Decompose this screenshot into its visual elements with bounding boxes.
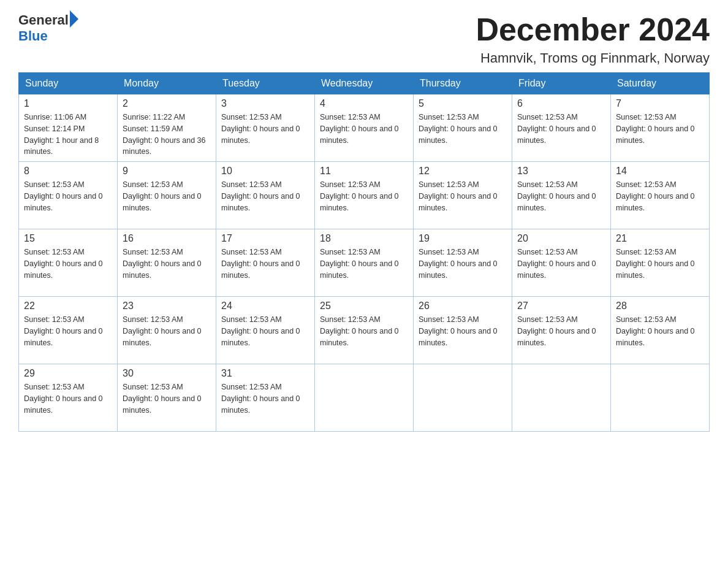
calendar-week-row: 22Sunset: 12:53 AMDaylight: 0 hours and … — [19, 297, 710, 364]
calendar-cell — [611, 364, 710, 432]
day-info: Sunset: 12:53 AMDaylight: 0 hours and 0 … — [517, 247, 605, 281]
calendar-cell: 4Sunset: 12:53 AMDaylight: 0 hours and 0… — [315, 94, 414, 162]
day-info: Sunset: 12:53 AMDaylight: 0 hours and 0 … — [221, 112, 309, 146]
calendar-cell: 8Sunset: 12:53 AMDaylight: 0 hours and 0… — [19, 162, 118, 229]
calendar-cell: 1Sunrise: 11:06 AMSunset: 12:14 PMDaylig… — [19, 94, 118, 162]
day-info: Sunset: 12:53 AMDaylight: 0 hours and 0 … — [24, 314, 112, 348]
day-number: 13 — [517, 166, 605, 177]
calendar-week-row: 15Sunset: 12:53 AMDaylight: 0 hours and … — [19, 229, 710, 297]
calendar-cell: 5Sunset: 12:53 AMDaylight: 0 hours and 0… — [414, 94, 512, 162]
calendar-cell: 29Sunset: 12:53 AMDaylight: 0 hours and … — [19, 364, 118, 432]
day-info: Sunset: 12:53 AMDaylight: 0 hours and 0 … — [123, 247, 211, 281]
calendar-cell: 16Sunset: 12:53 AMDaylight: 0 hours and … — [118, 229, 216, 297]
day-info: Sunset: 12:53 AMDaylight: 0 hours and 0 … — [123, 381, 211, 416]
day-info: Sunset: 12:53 AMDaylight: 0 hours and 0 … — [221, 314, 309, 348]
day-info: Sunset: 12:53 AMDaylight: 0 hours and 0 … — [24, 381, 112, 416]
calendar-cell — [414, 364, 512, 432]
logo-blue-text: Blue — [18, 28, 78, 44]
day-info: Sunrise: 11:06 AMSunset: 12:14 PMDayligh… — [24, 112, 112, 158]
day-number: 6 — [517, 98, 605, 109]
day-info: Sunset: 12:53 AMDaylight: 0 hours and 0 … — [221, 247, 309, 281]
day-info: Sunset: 12:53 AMDaylight: 0 hours and 0 … — [616, 112, 704, 146]
day-info: Sunset: 12:53 AMDaylight: 0 hours and 0 … — [320, 314, 408, 348]
weekday-header-tuesday: Tuesday — [216, 73, 315, 94]
day-number: 3 — [221, 98, 309, 109]
day-number: 18 — [320, 233, 408, 244]
day-info: Sunset: 12:53 AMDaylight: 0 hours and 0 … — [123, 314, 211, 348]
calendar-cell — [315, 364, 414, 432]
day-number: 29 — [24, 368, 112, 379]
day-number: 22 — [24, 301, 112, 312]
day-number: 16 — [123, 233, 211, 244]
logo-arrow-icon — [70, 10, 78, 28]
month-title: December 2024 — [476, 12, 710, 47]
day-number: 30 — [123, 368, 211, 379]
day-number: 8 — [24, 166, 112, 177]
weekday-header-sunday: Sunday — [19, 73, 118, 94]
day-number: 11 — [320, 166, 408, 177]
day-number: 10 — [221, 166, 309, 177]
day-number: 25 — [320, 301, 408, 312]
calendar-week-row: 8Sunset: 12:53 AMDaylight: 0 hours and 0… — [19, 162, 710, 229]
calendar-cell: 28Sunset: 12:53 AMDaylight: 0 hours and … — [611, 297, 710, 364]
logo-general-text: General — [18, 12, 69, 28]
day-info: Sunset: 12:53 AMDaylight: 0 hours and 0 … — [419, 247, 507, 281]
calendar-cell: 26Sunset: 12:53 AMDaylight: 0 hours and … — [414, 297, 512, 364]
day-info: Sunset: 12:53 AMDaylight: 0 hours and 0 … — [320, 247, 408, 281]
calendar-cell: 25Sunset: 12:53 AMDaylight: 0 hours and … — [315, 297, 414, 364]
calendar-cell: 31Sunset: 12:53 AMDaylight: 0 hours and … — [216, 364, 315, 432]
day-info: Sunset: 12:53 AMDaylight: 0 hours and 0 … — [24, 179, 112, 213]
day-number: 28 — [616, 301, 704, 312]
day-number: 1 — [24, 98, 112, 109]
calendar-cell: 11Sunset: 12:53 AMDaylight: 0 hours and … — [315, 162, 414, 229]
calendar-cell: 12Sunset: 12:53 AMDaylight: 0 hours and … — [414, 162, 512, 229]
calendar-cell: 9Sunset: 12:53 AMDaylight: 0 hours and 0… — [118, 162, 216, 229]
calendar-cell: 15Sunset: 12:53 AMDaylight: 0 hours and … — [19, 229, 118, 297]
calendar-cell: 14Sunset: 12:53 AMDaylight: 0 hours and … — [611, 162, 710, 229]
calendar-week-row: 29Sunset: 12:53 AMDaylight: 0 hours and … — [19, 364, 710, 432]
day-number: 12 — [419, 166, 507, 177]
day-number: 24 — [221, 301, 309, 312]
day-number: 14 — [616, 166, 704, 177]
calendar-cell — [512, 364, 611, 432]
location-subtitle: Hamnvik, Troms og Finnmark, Norway — [476, 50, 710, 66]
calendar-cell: 19Sunset: 12:53 AMDaylight: 0 hours and … — [414, 229, 512, 297]
day-number: 9 — [123, 166, 211, 177]
weekday-header-monday: Monday — [118, 73, 216, 94]
weekday-header-wednesday: Wednesday — [315, 73, 414, 94]
day-info: Sunset: 12:53 AMDaylight: 0 hours and 0 … — [221, 179, 309, 213]
calendar-cell: 3Sunset: 12:53 AMDaylight: 0 hours and 0… — [216, 94, 315, 162]
day-number: 19 — [419, 233, 507, 244]
day-number: 4 — [320, 98, 408, 109]
day-info: Sunset: 12:53 AMDaylight: 0 hours and 0 … — [419, 314, 507, 348]
day-info: Sunset: 12:53 AMDaylight: 0 hours and 0 … — [517, 179, 605, 213]
day-number: 7 — [616, 98, 704, 109]
day-number: 17 — [221, 233, 309, 244]
page-header: General Blue December 2024 Hamnvik, Trom… — [18, 12, 710, 66]
day-number: 27 — [517, 301, 605, 312]
day-info: Sunset: 12:53 AMDaylight: 0 hours and 0 … — [320, 112, 408, 146]
logo: General Blue — [18, 12, 78, 44]
day-number: 21 — [616, 233, 704, 244]
day-info: Sunset: 12:53 AMDaylight: 0 hours and 0 … — [221, 381, 309, 416]
day-number: 15 — [24, 233, 112, 244]
calendar-cell: 6Sunset: 12:53 AMDaylight: 0 hours and 0… — [512, 94, 611, 162]
day-info: Sunset: 12:53 AMDaylight: 0 hours and 0 … — [616, 314, 704, 348]
weekday-header-saturday: Saturday — [611, 73, 710, 94]
day-info: Sunset: 12:53 AMDaylight: 0 hours and 0 … — [616, 179, 704, 213]
day-number: 5 — [419, 98, 507, 109]
calendar-cell: 23Sunset: 12:53 AMDaylight: 0 hours and … — [118, 297, 216, 364]
weekday-header-friday: Friday — [512, 73, 611, 94]
calendar-cell: 17Sunset: 12:53 AMDaylight: 0 hours and … — [216, 229, 315, 297]
day-number: 20 — [517, 233, 605, 244]
day-number: 23 — [123, 301, 211, 312]
day-info: Sunset: 12:53 AMDaylight: 0 hours and 0 … — [419, 112, 507, 146]
day-info: Sunset: 12:53 AMDaylight: 0 hours and 0 … — [123, 179, 211, 213]
day-info: Sunset: 12:53 AMDaylight: 0 hours and 0 … — [24, 247, 112, 281]
day-info: Sunset: 12:53 AMDaylight: 0 hours and 0 … — [616, 247, 704, 281]
calendar-cell: 21Sunset: 12:53 AMDaylight: 0 hours and … — [611, 229, 710, 297]
weekday-header-thursday: Thursday — [414, 73, 512, 94]
calendar-title-area: December 2024 Hamnvik, Troms og Finnmark… — [476, 12, 710, 66]
day-number: 2 — [123, 98, 211, 109]
day-info: Sunrise: 11:22 AMSunset: 11:59 AMDayligh… — [123, 112, 211, 158]
